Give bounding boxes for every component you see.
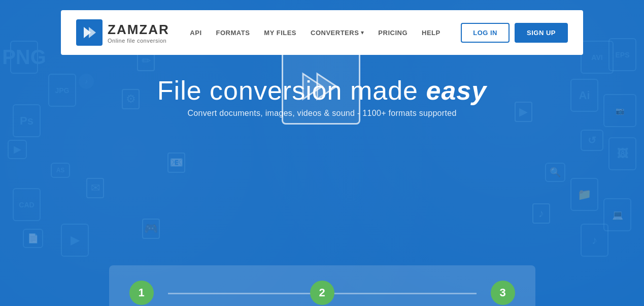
logo-text: ZAMZAR Online file conversion xyxy=(108,22,170,44)
login-button[interactable]: LOG IN xyxy=(461,23,510,43)
navbar: ZAMZAR Online file conversion API FORMAT… xyxy=(61,10,583,55)
nav-links: API FORMATS MY FILES CONVERTERS ▾ PRICIN… xyxy=(190,29,440,37)
main-container: PNG JPG Ps ♪ ▶ CAD ▶ AS EPS Ai AVI 🖼 📁 ↺… xyxy=(0,0,644,306)
logo-name: ZAMZAR xyxy=(108,22,170,38)
hero-title-normal: File conversion made xyxy=(157,76,418,105)
logo: ZAMZAR Online file conversion xyxy=(76,19,170,46)
signup-button[interactable]: SIGN UP xyxy=(515,23,568,43)
svg-marker-1 xyxy=(89,27,96,38)
step-3-circle: 3 xyxy=(491,281,515,305)
nav-api[interactable]: API xyxy=(190,29,201,37)
hero-subtitle: Convert documents, images, videos & soun… xyxy=(0,109,644,118)
nav-help[interactable]: HELP xyxy=(422,29,440,37)
step-1-circle: 1 xyxy=(129,281,154,305)
logo-svg xyxy=(80,23,99,42)
steps: 1 2 3 xyxy=(129,281,515,305)
hero-title: File conversion made easy xyxy=(0,75,644,106)
nav-formats[interactable]: FORMATS xyxy=(216,29,250,37)
converter-panel: 1 2 3 ⬆ Choose Files ▾ Convert To ▾ xyxy=(109,265,535,306)
logo-tagline: Online file conversion xyxy=(108,38,170,44)
hero-title-bold: easy xyxy=(426,76,487,105)
nav-auth: LOG IN SIGN UP xyxy=(461,23,568,43)
hero-section: File conversion made easy Convert docume… xyxy=(0,65,644,123)
converters-chevron-icon: ▾ xyxy=(361,29,364,36)
logo-icon xyxy=(76,19,103,46)
nav-converters[interactable]: CONVERTERS xyxy=(311,29,359,37)
nav-my-files[interactable]: MY FILES xyxy=(264,29,296,37)
nav-pricing[interactable]: PRICING xyxy=(378,29,408,37)
step-2-circle: 2 xyxy=(310,281,334,305)
nav-converters-wrapper[interactable]: CONVERTERS ▾ xyxy=(311,29,364,37)
